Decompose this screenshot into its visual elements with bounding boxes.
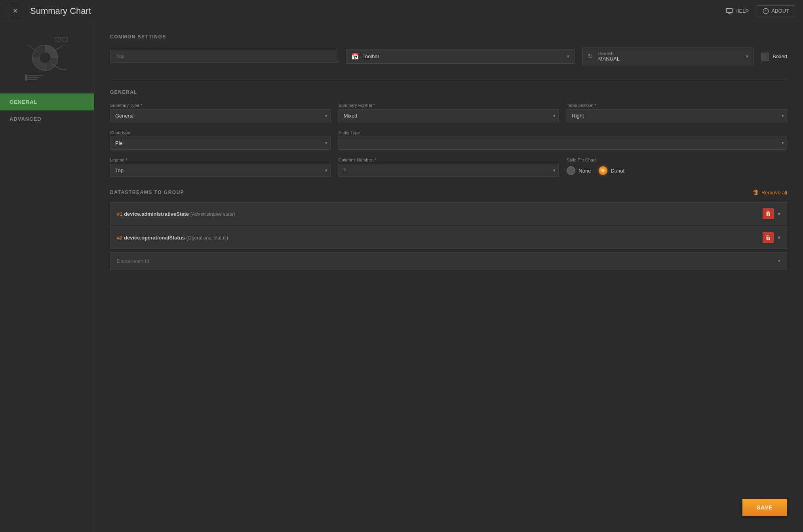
refresh-caret[interactable]: ▾ — [746, 54, 748, 59]
summary-format-required: * — [373, 103, 375, 108]
help-button[interactable]: HELP — [726, 8, 749, 15]
common-settings-title: COMMON SETTINGS — [110, 34, 787, 40]
general-section: GENERAL Summary Type * General ▾ — [110, 80, 787, 270]
table-position-select-wrapper: Right ▾ — [567, 109, 787, 122]
table-position-field: Table position * Right ▾ — [567, 103, 787, 122]
boxed-label: Boxed — [773, 53, 787, 59]
datastream-item-1: #1 device.administrativeState (Administr… — [110, 202, 787, 225]
legend-select[interactable]: Top — [110, 164, 331, 177]
datastream-id-wrapper: Datastream Id ▾ — [110, 253, 787, 270]
table-position-label: Table position * — [567, 103, 787, 108]
style-none-option[interactable]: None — [567, 166, 591, 175]
delete-icon-1: 🗑 — [765, 211, 771, 217]
datastream-1-name: device.administrativeState — [124, 211, 189, 217]
entity-type-field: Entity Type ▾ — [339, 130, 787, 150]
save-label: SAVE — [757, 504, 773, 511]
datastream-id-select[interactable]: Datastream Id — [110, 253, 787, 270]
title-input[interactable] — [110, 50, 338, 63]
remove-all-button[interactable]: 🗑 Remove all — [753, 189, 787, 196]
summary-chart-icon — [23, 34, 71, 82]
datastreams-header: DATASTREAMS TO GROUP 🗑 Remove all — [110, 189, 787, 196]
page-title: Summary Chart — [30, 6, 726, 16]
delete-icon-2: 🗑 — [765, 234, 771, 241]
about-label: ABOUT — [771, 8, 789, 14]
boxed-checkbox[interactable] — [761, 53, 769, 61]
refresh-icon: ↻ — [588, 53, 593, 60]
datastream-item-2-label: #2 device.operationalStatus (Operational… — [117, 235, 228, 241]
datastream-2-delete-button[interactable]: 🗑 — [763, 232, 774, 243]
columns-number-select-wrapper: 1 ▾ — [339, 164, 559, 177]
table-position-select[interactable]: Right — [567, 109, 787, 122]
toolbar-caret[interactable]: ▾ — [567, 54, 569, 59]
style-donut-radio[interactable] — [599, 166, 607, 175]
summary-format-field: Summary Format * Mixed ▾ — [339, 103, 559, 122]
toolbar-icon: 📅 — [351, 53, 359, 60]
legend-field: Legend * Top ▾ — [110, 158, 331, 177]
summary-format-select[interactable]: Mixed — [339, 109, 559, 122]
about-button[interactable]: ABOUT — [757, 5, 795, 17]
general-row-2: Chart type Pie ▾ Entity Type ▾ — [110, 130, 787, 150]
style-donut-label: Donut — [611, 168, 624, 174]
entity-type-select-wrapper: ▾ — [339, 137, 787, 150]
datastream-1-desc: (Administrative state) — [190, 211, 235, 217]
legend-label: Legend * — [110, 158, 331, 162]
legend-select-wrapper: Top ▾ — [110, 164, 331, 177]
chart-type-field: Chart type Pie ▾ — [110, 130, 331, 150]
refresh-field: ↻ Refresh MANUAL ▾ — [582, 48, 754, 65]
sidebar-icon-area — [0, 22, 94, 93]
svg-point-19 — [25, 78, 27, 81]
entity-type-select[interactable] — [339, 137, 787, 150]
chart-type-select[interactable]: Pie — [110, 137, 331, 150]
columns-number-label: Columns Number: * — [339, 158, 559, 162]
help-icon — [726, 8, 733, 15]
save-button[interactable]: SAVE — [742, 499, 787, 516]
table-position-required: * — [595, 103, 596, 108]
legend-required: * — [126, 158, 127, 162]
remove-all-label: Remove all — [761, 190, 787, 196]
columns-number-select[interactable]: 1 — [339, 164, 559, 177]
close-button[interactable]: ✕ — [8, 4, 22, 18]
datastream-1-expand-button[interactable]: ▾ — [778, 211, 780, 217]
main-content: COMMON SETTINGS 📅 Toolbar ▾ ↻ Refres — [94, 22, 803, 532]
svg-rect-0 — [727, 8, 733, 13]
close-icon: ✕ — [13, 7, 18, 15]
datastream-1-delete-button[interactable]: 🗑 — [763, 208, 774, 219]
style-donut-option[interactable]: Donut — [599, 166, 624, 175]
summary-type-required: * — [141, 103, 142, 108]
sidebar: GENERAL ADVANCED — [0, 22, 94, 532]
datastream-2-name: device.operationalStatus — [124, 235, 185, 241]
svg-rect-13 — [62, 37, 68, 41]
sidebar-item-general[interactable]: GENERAL — [0, 93, 94, 110]
toolbar-field: 📅 Toolbar ▾ — [346, 49, 574, 64]
datastreams-title: DATASTREAMS TO GROUP — [110, 190, 184, 195]
style-pie-field: Style Pie Chart None Donut — [567, 158, 787, 177]
style-none-label: None — [578, 168, 591, 174]
entity-type-label: Entity Type — [339, 130, 787, 135]
summary-type-select[interactable]: General — [110, 109, 331, 122]
datastreams-section: DATASTREAMS TO GROUP 🗑 Remove all #1 dev… — [110, 189, 787, 270]
style-none-radio[interactable] — [567, 166, 575, 175]
refresh-group: ↻ Refresh MANUAL ▾ — [582, 48, 754, 65]
trash-icon: 🗑 — [753, 189, 759, 196]
summary-format-select-wrapper: Mixed ▾ — [339, 109, 559, 122]
refresh-value: MANUAL — [598, 56, 743, 62]
summary-type-select-wrapper: General ▾ — [110, 109, 331, 122]
common-settings-row: 📅 Toolbar ▾ ↻ Refresh MANUAL ▾ — [110, 48, 787, 65]
refresh-label: Refresh — [598, 51, 743, 56]
summary-type-label: Summary Type * — [110, 103, 331, 108]
general-title: GENERAL — [110, 89, 787, 95]
datastream-2-expand-button[interactable]: ▾ — [778, 234, 780, 241]
datastream-item-1-label: #1 device.administrativeState (Administr… — [117, 211, 235, 217]
general-row-1: Summary Type * General ▾ Summary Format … — [110, 103, 787, 122]
about-icon — [763, 8, 769, 14]
sidebar-nav: GENERAL ADVANCED — [0, 93, 94, 127]
general-row-3: Legend * Top ▾ Columns Number: * — [110, 158, 787, 177]
svg-rect-12 — [55, 37, 61, 41]
sidebar-item-advanced[interactable]: ADVANCED — [0, 110, 94, 127]
datastream-2-actions: 🗑 ▾ — [763, 232, 780, 243]
chart-type-label: Chart type — [110, 130, 331, 135]
header: ✕ Summary Chart HELP ABOUT — [0, 0, 803, 22]
columns-number-required: * — [375, 158, 376, 162]
datastream-add-row: Datastream Id ▾ — [110, 252, 787, 270]
columns-number-field: Columns Number: * 1 ▾ — [339, 158, 559, 177]
